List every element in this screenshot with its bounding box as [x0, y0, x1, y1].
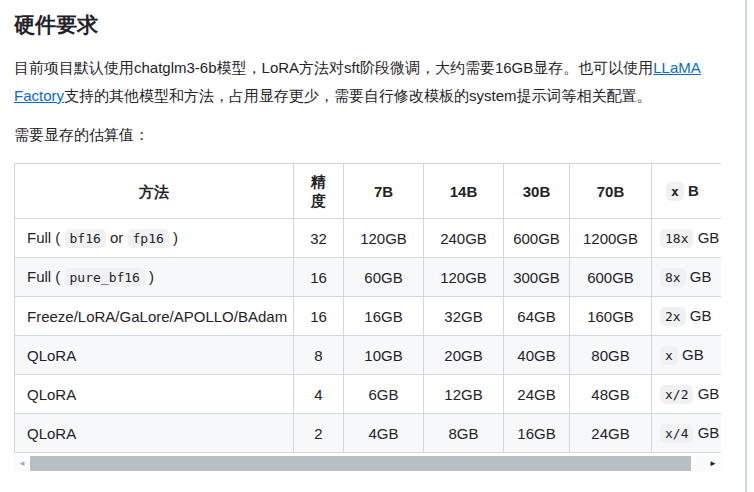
- estimate-label: 需要显存的估算值：: [14, 125, 724, 145]
- scrollbar-thumb[interactable]: [30, 456, 691, 471]
- memory-cell: 160GB: [570, 297, 652, 336]
- column-header: x B: [652, 164, 722, 219]
- column-header: 精 度: [294, 164, 344, 219]
- precision-cell: 2: [294, 414, 344, 453]
- inline-code: x/4: [660, 424, 693, 443]
- inline-code: bf16: [65, 229, 106, 248]
- memory-cell: 24GB: [504, 375, 570, 414]
- precision-cell: 4: [294, 375, 344, 414]
- memory-cell: 24GB: [570, 414, 652, 453]
- memory-cell: 20GB: [424, 336, 504, 375]
- inline-code: x: [666, 182, 684, 201]
- inline-code: 18x: [660, 229, 693, 248]
- memory-cell: 8GB: [424, 414, 504, 453]
- page-right-border: [745, 0, 747, 492]
- memory-cell: 1200GB: [570, 219, 652, 258]
- x-memory-cell: 2x GB: [652, 297, 722, 336]
- inline-code: pure_bf16: [65, 268, 145, 287]
- inline-code: x/2: [660, 385, 693, 404]
- column-header: 70B: [570, 164, 652, 219]
- table-row: QLoRA46GB12GB24GB48GBx/2 GB: [15, 375, 722, 414]
- memory-cell: 600GB: [504, 219, 570, 258]
- readme-page: 硬件要求 目前项目默认使用chatglm3-6b模型，LoRA方法对sft阶段微…: [0, 0, 724, 472]
- column-header: 方法: [15, 164, 294, 219]
- scrollbar-track[interactable]: [30, 455, 705, 472]
- table-row: QLoRA24GB8GB16GB24GBx/4 GB: [15, 414, 722, 453]
- horizontal-scrollbar[interactable]: ◄ ►: [14, 455, 721, 472]
- memory-cell: 64GB: [504, 297, 570, 336]
- table-body: Full ( bf16 or fp16 )32120GB240GB600GB12…: [15, 219, 722, 453]
- column-header: 14B: [424, 164, 504, 219]
- table-header-row: 方法精 度7B14B30B70Bx B: [15, 164, 722, 219]
- inline-code: 8x: [660, 268, 686, 287]
- memory-cell: 16GB: [344, 297, 424, 336]
- memory-cell: 32GB: [424, 297, 504, 336]
- memory-cell: 10GB: [344, 336, 424, 375]
- precision-cell: 16: [294, 297, 344, 336]
- memory-cell: 120GB: [424, 258, 504, 297]
- memory-estimate-table: 方法精 度7B14B30B70Bx B Full ( bf16 or fp16 …: [14, 163, 721, 453]
- inline-code: fp16: [128, 229, 169, 248]
- precision-cell: 32: [294, 219, 344, 258]
- x-memory-cell: x/2 GB: [652, 375, 722, 414]
- inline-code: x: [660, 346, 678, 365]
- memory-cell: 60GB: [344, 258, 424, 297]
- column-header: 7B: [344, 164, 424, 219]
- memory-cell: 6GB: [344, 375, 424, 414]
- memory-cell: 40GB: [504, 336, 570, 375]
- memory-cell: 12GB: [424, 375, 504, 414]
- memory-cell: 300GB: [504, 258, 570, 297]
- precision-cell: 16: [294, 258, 344, 297]
- scrollbar-right-arrow-icon[interactable]: ►: [705, 455, 721, 472]
- scrollbar-left-arrow-icon[interactable]: ◄: [14, 455, 30, 472]
- memory-cell: 80GB: [570, 336, 652, 375]
- memory-cell: 600GB: [570, 258, 652, 297]
- x-memory-cell: 8x GB: [652, 258, 722, 297]
- method-cell: QLoRA: [15, 414, 294, 453]
- method-cell: QLoRA: [15, 336, 294, 375]
- method-cell: Full ( pure_bf16 ): [15, 258, 294, 297]
- table-row: Freeze/LoRA/GaLore/APOLLO/BAdam1616GB32G…: [15, 297, 722, 336]
- x-memory-cell: 18x GB: [652, 219, 722, 258]
- precision-cell: 8: [294, 336, 344, 375]
- method-cell: Full ( bf16 or fp16 ): [15, 219, 294, 258]
- table-row: QLoRA810GB20GB40GB80GBx GB: [15, 336, 722, 375]
- method-cell: Freeze/LoRA/GaLore/APOLLO/BAdam: [15, 297, 294, 336]
- intro-text-before: 目前项目默认使用chatglm3-6b模型，LoRA方法对sft阶段微调，大约需…: [14, 59, 653, 76]
- column-header: 30B: [504, 164, 570, 219]
- memory-cell: 120GB: [344, 219, 424, 258]
- memory-cell: 16GB: [504, 414, 570, 453]
- table-row: Full ( bf16 or fp16 )32120GB240GB600GB12…: [15, 219, 722, 258]
- intro-paragraph: 目前项目默认使用chatglm3-6b模型，LoRA方法对sft阶段微调，大约需…: [14, 54, 714, 110]
- memory-cell: 48GB: [570, 375, 652, 414]
- intro-text-after: 支持的其他模型和方法，占用显存更少，需要自行修改模板的system提示词等相关配…: [64, 87, 652, 104]
- table-scroll-container[interactable]: 方法精 度7B14B30B70Bx B Full ( bf16 or fp16 …: [14, 163, 721, 453]
- x-memory-cell: x/4 GB: [652, 414, 722, 453]
- inline-code: 2x: [660, 307, 686, 326]
- memory-cell: 240GB: [424, 219, 504, 258]
- method-cell: QLoRA: [15, 375, 294, 414]
- page-title: 硬件要求: [14, 12, 724, 38]
- x-memory-cell: x GB: [652, 336, 722, 375]
- memory-cell: 4GB: [344, 414, 424, 453]
- table-row: Full ( pure_bf16 )1660GB120GB300GB600GB8…: [15, 258, 722, 297]
